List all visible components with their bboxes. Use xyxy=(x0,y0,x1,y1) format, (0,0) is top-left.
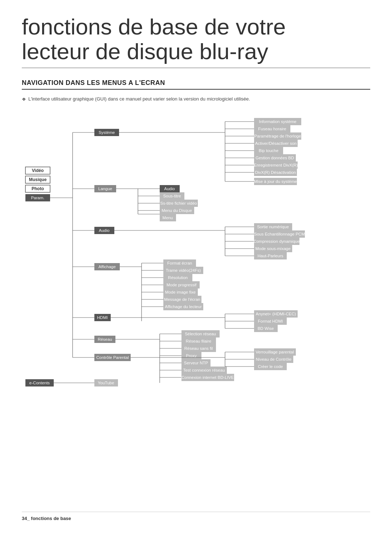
param-horloge-label: Paramétrage de l'horloge xyxy=(254,134,301,138)
langue-label: Langue xyxy=(98,187,112,191)
mode-progressif-label: Mode progressif xyxy=(167,283,197,287)
format-ecran-label: Format écran xyxy=(167,261,192,265)
affichage-lecteur-label: Affichage du lecteur xyxy=(165,304,202,309)
resolution-label: Résolution xyxy=(168,275,188,280)
enreg-divx-label: Enregistrement DivX(R) xyxy=(254,163,298,167)
fuseau-label: Fuseau horaire xyxy=(258,127,286,131)
mise-jour-label: Mise à jour du système xyxy=(254,179,297,184)
note-text: ❖ L'interface utilisateur graphique (GUI… xyxy=(22,96,370,102)
sous-mixage-label: Mode sous-mixage xyxy=(255,246,290,251)
divx-desact-label: DivX(R) Désactivation xyxy=(255,170,296,175)
proxy-label: Proxy xyxy=(186,353,197,358)
sous-titre-label: Sous-titre xyxy=(163,194,181,198)
verr-parental-label: Verrouillage parental xyxy=(256,350,294,354)
test-connexion-label: Test connexion réseau xyxy=(183,368,225,372)
sous-ech-label: Sous Echantillonnage PCM xyxy=(254,232,305,236)
gestion-bd-label: Gestion données BD xyxy=(256,156,294,160)
serveur-ntp-label: Serveur NTP xyxy=(184,361,208,365)
hdmi-label: HDMI xyxy=(97,315,107,320)
haut-parleurs-label: Haut-Parleurs xyxy=(258,254,283,258)
trame-video-label: Trame vidéo(24Fs) xyxy=(166,268,201,273)
info-sys-label: Information système xyxy=(259,119,297,124)
audio-top-label: Audio xyxy=(164,187,175,191)
sortie-num-label: Sortie numérique xyxy=(257,225,289,229)
creer-code-label: Créer le code xyxy=(258,364,283,369)
niveau-controle-label: Niveau de Contrôle xyxy=(256,357,291,361)
diamond-icon: ❖ xyxy=(22,97,26,102)
menu-diagram: .lbl { font-family: Arial, sans-serif; f… xyxy=(22,111,370,417)
reseau-filaire-label: Réseau filaire xyxy=(186,339,211,343)
econtent-label: e-Contents xyxy=(29,381,50,385)
param-label: Param. xyxy=(31,196,44,200)
youtube-label: YouTube xyxy=(98,381,114,385)
systeme-label: Système xyxy=(99,130,115,135)
menu-disque-label: Menu du Disque xyxy=(162,208,192,213)
message-ecran-label: Message de l'écran xyxy=(164,297,200,302)
affichage-label: Affichage xyxy=(98,265,116,269)
connexion-bdlive-label: Connexion internet BD-LIVE xyxy=(181,375,234,380)
bd-wise-label: BD Wise xyxy=(258,326,274,331)
audio-param-label: Audio xyxy=(99,228,109,233)
reseau-label: Réseau xyxy=(98,337,112,341)
activer-son-label: Activer/Désactiver son xyxy=(255,141,297,146)
compression-label: Compression dynamique xyxy=(253,239,299,244)
ss-titre-label: Ss-titre fichier vidéo xyxy=(160,201,197,205)
bip-touche-label: Bip touche xyxy=(259,148,278,153)
footer-label: 34_ fonctions de base xyxy=(22,516,71,521)
video-label: Vidéo xyxy=(32,168,44,173)
mode-image-label: Mode image fixe xyxy=(165,290,196,294)
reseau-sans-fil-label: Réseau sans fil xyxy=(184,346,213,351)
anynet-label: Anynet+ (HDMI-CEC) xyxy=(256,312,296,316)
musique-label: Musique xyxy=(29,177,47,182)
section-heading: NAVIGATION DANS LES MENUS A L'ECRAN xyxy=(22,79,370,90)
page-title: fonctions de base de votre lecteur de di… xyxy=(22,15,370,68)
menu-label: Menu xyxy=(163,216,173,220)
diagram-svg: .lbl { font-family: Arial, sans-serif; f… xyxy=(22,111,370,416)
selection-reseau-label: Sélection réseau xyxy=(185,332,216,336)
photo-label: Photo xyxy=(32,186,44,191)
footer: 34_ fonctions de base xyxy=(22,512,370,521)
controle-parental-label: Contrôle Parental xyxy=(96,355,129,360)
format-hdmi-label: Format HDMI xyxy=(258,319,283,323)
